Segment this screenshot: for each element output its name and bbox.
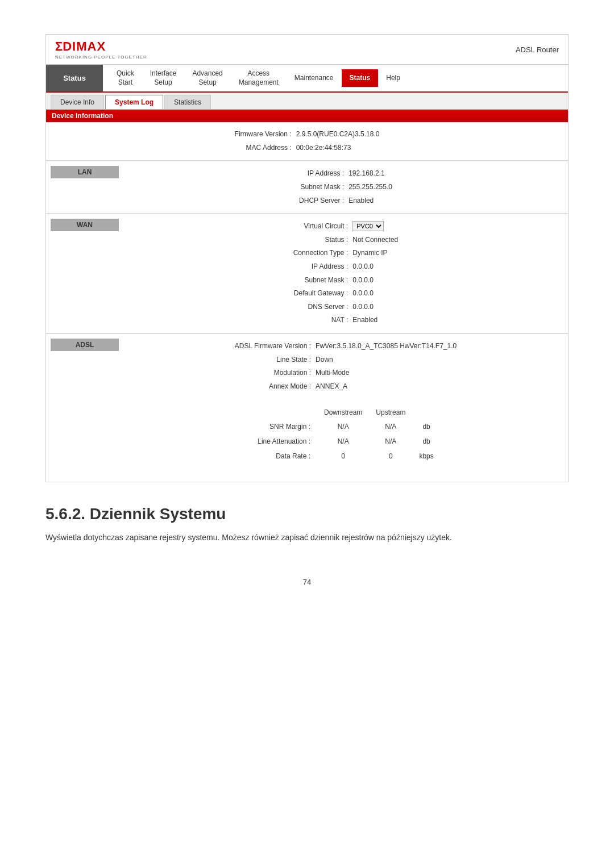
- sub-tabs: Device Info System Log Statistics: [46, 93, 568, 110]
- adsl-modulation-label: Modulation :: [233, 366, 313, 380]
- adsl-row: ADSL ADSL Firmware Version : FwVer:3.5.1…: [46, 333, 568, 482]
- firmware-label: Firmware Version :: [233, 128, 294, 141]
- logo-sigma: Σ: [55, 39, 63, 53]
- adsl-rate-upstream: 0: [369, 449, 412, 464]
- adsl-annex-value: ANNEX_A: [313, 380, 459, 394]
- adsl-snr-unit: db: [412, 420, 440, 435]
- lan-ip-value: 192.168.2.1: [346, 167, 395, 181]
- router-ui-box: ΣDIMAX NETWORKING PEOPLE TOGETHER ADSL R…: [45, 34, 569, 482]
- device-info-header: Device Information: [46, 110, 568, 122]
- content-area: Device Information Firmware Version : 2.…: [46, 110, 568, 482]
- nav-bar: Status QuickStart InterfaceSetup Advance…: [46, 65, 568, 93]
- adsl-snr-downstream: N/A: [317, 420, 369, 435]
- adsl-attn-unit: db: [412, 435, 440, 449]
- nav-item-maintenance[interactable]: Maintenance: [287, 69, 342, 87]
- wan-dns-label: DNS Server :: [291, 301, 351, 314]
- product-label: ADSL Router: [516, 45, 559, 54]
- router-header: ΣDIMAX NETWORKING PEOPLE TOGETHER ADSL R…: [46, 35, 568, 65]
- logo: ΣDIMAX: [55, 39, 147, 54]
- subtab-device-info[interactable]: Device Info: [51, 95, 104, 109]
- device-info-block: Firmware Version : 2.9.5.0(RUE0.C2A)3.5.…: [46, 122, 568, 160]
- adsl-modulation-value: Multi-Mode: [313, 366, 459, 380]
- wan-subnet-value: 0.0.0.0: [350, 274, 400, 287]
- adsl-rate-unit: kbps: [412, 449, 440, 464]
- subtab-statistics[interactable]: Statistics: [164, 95, 211, 109]
- wan-gateway-label: Default Gateway :: [291, 287, 351, 301]
- nav-item-advanced-setup[interactable]: AdvancedSetup: [184, 65, 230, 91]
- lan-dhcp-label: DHCP Server :: [297, 194, 346, 208]
- adsl-rate-downstream: 0: [317, 449, 369, 464]
- article-description: Wyświetla dotychczas zapisane rejestry s…: [45, 531, 569, 544]
- wan-status-label: Status :: [291, 233, 351, 247]
- wan-ip-value: 0.0.0.0: [350, 260, 400, 274]
- adsl-line-state-value: Down: [313, 353, 459, 367]
- nav-item-quick-start[interactable]: QuickStart: [109, 65, 142, 91]
- wan-nat-label: NAT :: [291, 314, 351, 327]
- nav-status-cell[interactable]: Status: [46, 65, 103, 91]
- lan-section-label: LAN: [51, 166, 119, 178]
- wan-vc-value[interactable]: PVC0 PVC1 PVC2: [350, 220, 400, 233]
- wan-dns-value: 0.0.0.0: [350, 301, 400, 314]
- adsl-snr-upstream: N/A: [369, 420, 412, 435]
- adsl-annex-label: Annex Mode :: [233, 380, 313, 394]
- wan-conn-type-value: Dynamic IP: [350, 247, 400, 260]
- firmware-value: 2.9.5.0(RUE0.C2A)3.5.18.0: [294, 128, 382, 141]
- logo-text: DIMAX: [63, 39, 106, 53]
- logo-area: ΣDIMAX NETWORKING PEOPLE TOGETHER: [55, 39, 147, 60]
- lan-row: LAN IP Address : 192.168.2.1 Subnet Mask…: [46, 161, 568, 213]
- lan-info-block: IP Address : 192.168.2.1 Subnet Mask : 2…: [123, 161, 568, 213]
- adsl-line-state-label: Line State :: [233, 353, 313, 367]
- wan-vc-label: Virtual Circuit :: [291, 220, 351, 233]
- mac-label: MAC Address :: [233, 141, 294, 155]
- wan-info-block: Virtual Circuit : PVC0 PVC1 PVC2 Status …: [123, 214, 568, 333]
- logo-tagline: NETWORKING PEOPLE TOGETHER: [55, 55, 147, 60]
- wan-status-value: Not Connected: [350, 233, 400, 247]
- adsl-attn-label: Line Attenuation :: [251, 435, 317, 449]
- subtab-system-log[interactable]: System Log: [105, 95, 163, 109]
- adsl-downstream-header: Downstream: [317, 406, 369, 420]
- nav-item-status[interactable]: Status: [342, 69, 379, 87]
- wan-subnet-label: Subnet Mask :: [291, 274, 351, 287]
- adsl-attn-downstream: N/A: [317, 435, 369, 449]
- adsl-rate-label: Data Rate :: [251, 449, 317, 464]
- adsl-section-label: ADSL: [51, 339, 119, 351]
- wan-row: WAN Virtual Circuit : PVC0 PVC1 PVC2: [46, 214, 568, 333]
- nav-item-help[interactable]: Help: [378, 69, 408, 87]
- article-heading: 5.6.2. Dziennik Systemu: [45, 505, 569, 523]
- adsl-attn-upstream: N/A: [369, 435, 412, 449]
- wan-nat-value: Enabled: [350, 314, 400, 327]
- nav-items: QuickStart InterfaceSetup AdvancedSetup …: [103, 65, 568, 91]
- mac-value: 00:0e:2e:44:58:73: [294, 141, 382, 155]
- adsl-upstream-header: Upstream: [369, 406, 412, 420]
- wan-vc-select[interactable]: PVC0 PVC1 PVC2: [352, 221, 384, 231]
- adsl-firmware-label: ADSL Firmware Version :: [233, 340, 313, 353]
- adsl-firmware-value: FwVer:3.5.18.0_A_TC3085 HwVer:T14.F7_1.0: [313, 340, 459, 353]
- adsl-stats-table: Downstream Upstream SNR Margin : N/A N/A…: [251, 406, 440, 464]
- page-number: 74: [45, 578, 569, 586]
- wan-ip-label: IP Address :: [291, 260, 351, 274]
- lan-dhcp-value: Enabled: [346, 194, 395, 208]
- wan-gateway-value: 0.0.0.0: [350, 287, 400, 301]
- article-section: 5.6.2. Dziennik Systemu Wyświetla dotych…: [45, 505, 569, 544]
- wan-section-label: WAN: [51, 219, 119, 231]
- wan-conn-type-label: Connection Type :: [291, 247, 351, 260]
- nav-item-interface-setup[interactable]: InterfaceSetup: [142, 65, 185, 91]
- adsl-info-block: ADSL Firmware Version : FwVer:3.5.18.0_A…: [123, 334, 568, 482]
- nav-item-access-management[interactable]: AccessManagement: [231, 65, 287, 91]
- lan-ip-label: IP Address :: [297, 167, 346, 181]
- adsl-snr-label: SNR Margin :: [251, 420, 317, 435]
- lan-subnet-value: 255.255.255.0: [346, 181, 395, 194]
- lan-subnet-label: Subnet Mask :: [297, 181, 346, 194]
